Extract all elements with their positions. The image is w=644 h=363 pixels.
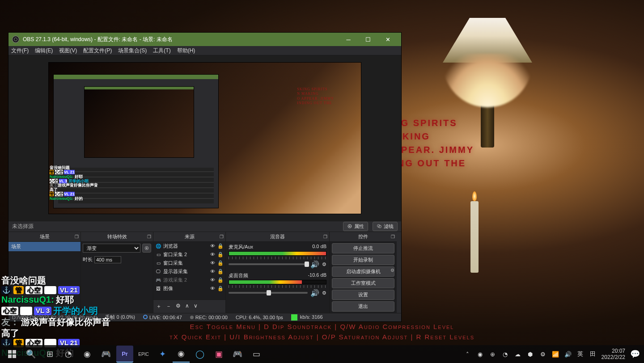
transition-select[interactable]: 渐变 [83,244,140,253]
source-item[interactable]: 🎮游戏采集 2👁🔒 [153,276,225,284]
lock-icon[interactable]: 🔒 [217,286,224,291]
menu-scene-collection[interactable]: 场景集合(S) [118,47,147,55]
tray-ime[interactable]: 英 [576,350,585,358]
source-item[interactable]: 🖼图像👁🔒 [153,284,225,293]
tray-app-icon[interactable]: ⊕ [489,351,497,358]
move-down-button[interactable]: ∨ [194,303,198,310]
taskbar-app-premiere[interactable]: Pr [116,346,133,363]
notifications-button[interactable]: 💬 [630,346,640,363]
minimize-button[interactable]: ─ [339,33,358,46]
volume-slider[interactable] [229,292,308,294]
search-button[interactable]: 🔍 [22,346,39,363]
mute-button[interactable]: 🔊 [310,289,319,297]
system-tray[interactable]: ˄ ◉ ⊕ ◔ ☁ ⬢ ⚙ 📶 🔊 英 田 [464,350,597,358]
source-item[interactable]: ▭窗口采集👁🔒 [153,259,225,267]
taskbar-app-ide[interactable]: ▣ [210,346,227,363]
tray-app-icon[interactable]: ☁ [514,351,522,358]
taskbar-app-game[interactable]: 🎮 [97,346,114,363]
tray-app-icon[interactable]: ⬢ [526,351,534,358]
visibility-icon[interactable]: 👁 [209,260,216,266]
dock-popout-icon[interactable]: ❐ [391,234,395,239]
dock-popout-icon[interactable]: ❐ [220,234,224,239]
dock-popout-icon[interactable]: ❐ [75,234,79,239]
exit-button[interactable]: 退出 [332,301,394,312]
visibility-icon[interactable]: 👁 [209,277,216,283]
taskbar-app-steam[interactable]: ◉ [79,346,96,363]
start-virtual-cam-button[interactable]: 启动虚拟摄像机 [332,266,394,277]
menu-edit[interactable]: 编辑(E) [35,47,53,55]
dock-popout-icon[interactable]: ❐ [323,234,327,239]
tray-volume-icon[interactable]: 🔊 [564,351,572,358]
task-view-button[interactable]: ⊞ [41,346,58,363]
source-item[interactable]: 🖵显示器采集👁🔒 [153,267,225,276]
candle [470,201,479,273]
start-recording-button[interactable]: 开始录制 [332,255,394,265]
source-item[interactable]: ▭窗口采集 2👁🔒 [153,250,225,259]
transition-settings-button[interactable] [142,244,151,253]
stop-streaming-button[interactable]: 停止推流 [332,243,394,253]
obs-source-toolbar: 未选择源 属性 滤镜 [8,221,401,232]
visibility-icon[interactable]: 👁 [209,286,216,291]
game-hotkeys-overlay: Esc Toggle Menu | D Dip Soundtrack | Q/W… [169,322,475,342]
tray-network-icon[interactable]: 📶 [551,351,559,358]
start-button[interactable] [4,346,21,363]
channel-settings-button[interactable]: ⚙ [322,290,326,296]
tray-app-icon[interactable]: ⚙ [539,351,547,358]
channel-db: -10.6 dB [308,272,326,279]
mute-button[interactable]: 🔊 [310,260,319,269]
scene-item[interactable]: 场景 [8,242,80,251]
lock-icon[interactable]: 🔒 [217,252,224,257]
properties-button[interactable]: 属性 [343,222,368,231]
menu-help[interactable]: 帮助(H) [177,47,195,55]
mixer-channel-mic: 麦克风/Aux0.0 dB 🔊 ⚙ [226,242,329,270]
filters-button[interactable]: 滤镜 [373,222,398,231]
tray-ime2[interactable]: 田 [589,350,597,358]
source-item[interactable]: 🌐浏览器👁🔒 [153,242,225,250]
maximize-button[interactable]: ☐ [358,33,378,46]
tray-app-icon[interactable]: ◉ [476,351,484,358]
meter-ticks [229,285,326,288]
taskbar-app-thunder[interactable]: ✦ [154,346,171,363]
taskbar-app-browser[interactable]: ◯ [191,346,208,363]
dock-popout-icon[interactable]: ❐ [147,234,151,239]
channel-settings-button[interactable]: ⚙ [322,262,326,267]
visibility-icon[interactable]: 👁 [209,252,216,257]
visibility-icon[interactable]: 👁 [209,243,216,249]
taskbar-app-game2[interactable]: 🎮 [229,346,246,363]
taskbar-clock[interactable]: 20:07 2022/2/22 [599,348,628,361]
obs-preview-area[interactable]: SKING SPIRITSN MAKINGO APPEAR. JIMMYINDI… [8,55,401,221]
move-up-button[interactable]: ∧ [185,303,189,310]
menu-view[interactable]: 视图(V) [59,47,77,55]
remove-source-button[interactable]: － [166,303,171,310]
chat-badges: 心空 VL 3 开学的小明 [1,305,110,317]
live-indicator-icon [143,315,148,319]
lock-icon[interactable]: 🔒 [217,269,224,274]
lock-icon[interactable]: 🔒 [217,277,224,283]
preview-canvas[interactable]: SKING SPIRITSN MAKINGO APPEAR. JIMMYINDI… [48,62,361,214]
obs-app-icon [12,36,19,43]
studio-mode-button[interactable]: 工作室模式 [332,278,394,288]
taskbar-app-epic[interactable]: EPIC [135,346,152,363]
settings-icon[interactable]: ⚙ [390,268,394,273]
volume-slider[interactable] [229,263,308,265]
close-button[interactable]: ✕ [378,33,398,46]
visibility-icon[interactable]: 👁 [209,269,216,274]
taskbar-app-obs[interactable]: ◉ [173,346,190,363]
rec-indicator-icon [190,316,194,319]
source-settings-button[interactable]: ⚙ [176,303,181,310]
menu-tools[interactable]: 工具(T) [153,47,170,55]
taskbar-app-folder[interactable]: ▭ [248,346,265,363]
lock-icon[interactable]: 🔒 [217,243,224,249]
menu-profile[interactable]: 配置文件(P) [83,47,112,55]
menu-file[interactable]: 文件(F) [11,47,29,55]
duration-input[interactable] [94,256,121,263]
taskbar-app-xbox[interactable]: ◔ [60,346,77,363]
obs-titlebar[interactable]: OBS 27.1.3 (64-bit, windows) - 配置文件: 未命名… [8,33,401,46]
tray-chevron-icon[interactable]: ˄ [464,351,472,358]
windows-taskbar[interactable]: 🔍 ⊞ ◔ ◉ 🎮 Pr EPIC ✦ ◉ ◯ ▣ 🎮 ▭ ˄ ◉ ⊕ ◔ ☁ … [0,345,644,363]
lock-icon[interactable]: 🔒 [217,260,224,266]
tray-app-icon[interactable]: ◔ [501,351,509,358]
add-source-button[interactable]: ＋ [156,303,161,310]
settings-button[interactable]: 设置 [332,290,394,300]
no-source-label: 未选择源 [12,223,339,230]
